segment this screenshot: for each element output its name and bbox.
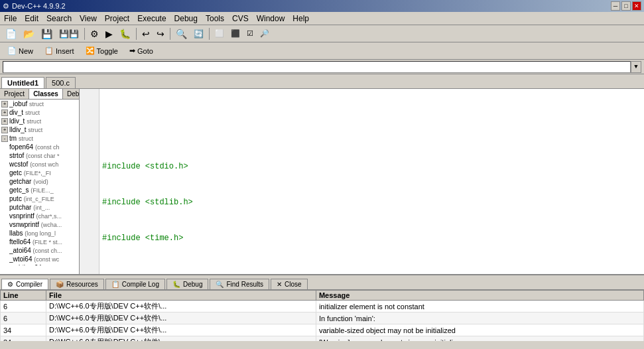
maximize-button[interactable]: □ (621, 1, 631, 11)
list-item[interactable]: getchar (void) (0, 177, 79, 186)
insert-button[interactable]: 📋 Insert (40, 44, 79, 58)
expand-icon[interactable]: + (1, 109, 8, 116)
tab-bar: Untitled1 500.c (0, 74, 644, 89)
list-item[interactable]: _atoi64 (const ch... (0, 246, 79, 255)
replace-button[interactable]: 🔄 (191, 27, 206, 41)
sidebar-content[interactable]: + _iobuf struct + div_t struct + ldiv_t … (0, 100, 79, 265)
sidebar-item-label: _wtoi64 (const wc (9, 255, 59, 263)
log-table-body: 6 D:\WC++6.0专用版\DEV C++软件\... initialize… (1, 301, 644, 342)
menu-tools[interactable]: Tools (202, 13, 228, 25)
bottom-tab-debug[interactable]: 🐛 Debug (166, 279, 208, 289)
minimize-button[interactable]: ─ (611, 1, 620, 11)
list-item[interactable]: + lldiv_t struct (0, 125, 79, 134)
list-item[interactable]: putc (int_c_FILE (0, 194, 79, 203)
bottom-tab-find-results[interactable]: 🔍 Find Results (210, 279, 269, 289)
redo-button[interactable]: ↪ (154, 27, 167, 41)
menu-file[interactable]: File (0, 13, 21, 25)
new-file-button[interactable]: 📄 (3, 27, 19, 41)
compiler-tab-label: Compiler (16, 281, 42, 288)
address-input[interactable] (3, 61, 631, 73)
title-text: Dev-C++ 4.9.9.2 (12, 2, 66, 10)
undo-button[interactable]: ↩ (139, 27, 153, 41)
menu-debug[interactable]: Debug (170, 13, 202, 25)
list-item[interactable]: llabs (long long_l (0, 229, 79, 238)
menu-project[interactable]: Project (101, 13, 133, 25)
zoom-in-button[interactable]: 🔎 (257, 27, 272, 41)
find-button[interactable]: 🔍 (173, 27, 190, 41)
row-line: 6 (1, 301, 46, 313)
list-item[interactable]: getc (FILE*,_FI (0, 169, 79, 177)
list-item[interactable]: putchar (int_... (0, 203, 79, 212)
list-item[interactable]: + _iobuf struct (0, 100, 79, 108)
list-item[interactable]: ftello64 (FILE * st... (0, 238, 79, 246)
row-file: D:\WC++6.0专用版\DEV C++软件\... (46, 301, 316, 313)
indent-button[interactable]: ⬜ (212, 27, 227, 41)
list-item[interactable]: fopen64 (const ch (0, 143, 79, 151)
address-dropdown[interactable]: ▼ (631, 61, 641, 73)
table-row: 6 D:\WC++6.0专用版\DEV C++软件\... initialize… (1, 301, 644, 313)
menu-edit[interactable]: Edit (21, 13, 42, 25)
menu-view[interactable]: View (76, 13, 101, 25)
list-item[interactable]: strtof (const char * (0, 151, 79, 160)
bottom-tab-close[interactable]: ✕ Close (271, 279, 308, 289)
row-line: 6 (1, 313, 46, 324)
list-item[interactable]: wcstof (const wch (0, 160, 79, 169)
separator2 (136, 28, 137, 40)
title-bar-left: ⚙ Dev-C++ 4.9.9.2 (3, 2, 66, 11)
close-button[interactable]: ✕ (632, 1, 641, 11)
table-row: 6 D:\WC++6.0专用版\DEV C++软件\... In functio… (1, 313, 644, 324)
list-item[interactable]: getc_s (FILE..._ (0, 186, 79, 194)
menu-window[interactable]: Window (253, 13, 289, 25)
list-item[interactable]: - tm struct (0, 134, 79, 143)
expand-icon[interactable]: + (1, 101, 8, 107)
sidebar-tab-debug[interactable]: Debug (63, 89, 80, 99)
tab-500c[interactable]: 500.c (46, 77, 76, 88)
bottom-tab-resources[interactable]: 📦 Resources (50, 279, 104, 289)
code-line (102, 268, 641, 274)
bottom-panel: ⚙ Compiler 📦 Resources 📋 Compile Log 🐛 D… (0, 275, 644, 341)
row-line: 34 (1, 336, 46, 342)
sidebar-item-label: ldiv_t struct (9, 117, 41, 125)
expand-icon[interactable]: + (1, 118, 8, 125)
indent2-button[interactable]: ⬛ (228, 27, 243, 41)
list-item[interactable]: _wtoi64 (const wc (0, 255, 79, 263)
sidebar-tab-project[interactable]: Project (0, 89, 29, 99)
list-item[interactable]: + div_t struct (0, 108, 79, 117)
tab-untitled1[interactable]: Untitled1 (1, 77, 44, 88)
sidebar-item-label: vsnwprintf (wcha... (9, 221, 62, 228)
code-line: #include <time.h> (102, 232, 641, 244)
goto-button[interactable]: ➡ Goto (125, 44, 158, 58)
open-file-button[interactable]: 📂 (21, 27, 37, 41)
compile-button[interactable]: ⚙ (88, 27, 101, 41)
expand-icon[interactable]: - (1, 135, 8, 142)
find-icon: 🔍 (216, 281, 224, 288)
code-content[interactable]: #include <stdio.h> #include <stdlib.h> #… (99, 89, 644, 274)
list-item[interactable]: vsnwprintf (wcha... (0, 220, 79, 229)
code-editor[interactable]: #include <stdio.h> #include <stdlib.h> #… (80, 89, 644, 274)
menu-cvs[interactable]: CVS (228, 13, 253, 25)
run-button[interactable]: ▶ (103, 27, 115, 41)
debug-run-button[interactable]: 🐛 (117, 27, 133, 41)
menu-search[interactable]: Search (42, 13, 76, 25)
menu-help[interactable]: Help (289, 13, 313, 25)
list-item[interactable]: _mktime64 [struct (0, 263, 79, 265)
sidebar-item-label: getc (FILE*,_FI (9, 169, 51, 176)
menu-execute[interactable]: Execute (133, 13, 170, 25)
expand-icon[interactable]: + (1, 127, 8, 133)
list-item[interactable]: vsnprintf (char*,s... (0, 212, 79, 220)
bottom-tab-compiler[interactable]: ⚙ Compiler (1, 279, 48, 289)
sidebar-tab-classes[interactable]: Classes (29, 89, 63, 99)
insert-label: Insert (56, 47, 74, 55)
save-button[interactable]: 💾 (38, 27, 55, 41)
code-scroll[interactable]: #include <stdio.h> #include <stdlib.h> #… (80, 89, 644, 274)
save-all-button[interactable]: 💾💾 (56, 27, 82, 41)
sidebar-item-label: _atoi64 (const ch... (9, 247, 62, 254)
new-toolbar-button[interactable]: 📄 New (3, 44, 38, 58)
log-table: Line File Message 6 D:\WC++6.0专用版\DEV C+… (0, 290, 644, 341)
toggle-comment-button[interactable]: ☑ (244, 27, 256, 41)
toggle-button[interactable]: 🔀 Toggle (81, 44, 123, 58)
log-icon: 📋 (111, 281, 119, 288)
bottom-content: Line File Message 6 D:\WC++6.0专用版\DEV C+… (0, 290, 644, 341)
bottom-tab-compile-log[interactable]: 📋 Compile Log (105, 279, 165, 289)
list-item[interactable]: + ldiv_t struct (0, 117, 79, 125)
